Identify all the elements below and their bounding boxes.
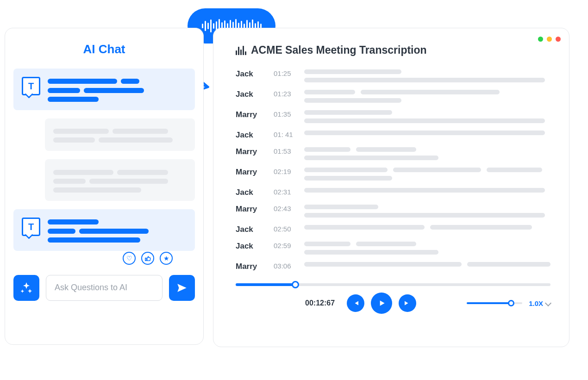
timestamp: 02:59 [274, 242, 294, 249]
chat-message-user [45, 159, 195, 201]
timestamp: 01:25 [274, 69, 294, 77]
chevron-down-icon [545, 300, 551, 306]
question-input[interactable]: Ask Questions to AI [46, 275, 163, 301]
speaker-name: Jack [236, 90, 263, 99]
speaker-name: Jack [236, 225, 263, 234]
send-button[interactable] [169, 275, 195, 301]
window-dot-red[interactable] [556, 37, 561, 42]
chat-message-user [45, 118, 195, 151]
speaker-name: Jack [236, 242, 263, 251]
transcript-row[interactable]: Marry03:06 [236, 262, 550, 271]
speaker-name: Marry [236, 205, 263, 214]
timestamp: 01:23 [274, 90, 294, 98]
timestamp: 01:53 [274, 147, 294, 155]
skip-forward-button[interactable] [399, 294, 416, 312]
transcript-text [304, 147, 550, 160]
speed-slider[interactable] [467, 302, 522, 304]
timestamp: 02:19 [274, 168, 294, 175]
ai-avatar-icon: T [22, 218, 40, 236]
play-button[interactable] [371, 293, 392, 314]
transcript-row[interactable]: Marry02:19 [236, 168, 550, 181]
transcription-title: ACME Sales Meeting Transcription [251, 44, 427, 56]
timestamp: 03:06 [274, 262, 294, 270]
window-dot-yellow[interactable] [547, 37, 552, 42]
transcript-row[interactable]: Jack02:59 [236, 242, 550, 255]
speaker-name: Marry [236, 110, 263, 119]
input-placeholder: Ask Questions to AI [55, 283, 127, 293]
speaker-name: Jack [236, 188, 263, 197]
ai-avatar-icon: T [22, 77, 40, 95]
react-like[interactable] [141, 252, 154, 265]
transcription-panel: ACME Sales Meeting Transcription Jack01:… [213, 28, 569, 347]
speed-label: 1.0X [529, 299, 543, 307]
speaker-name: Jack [236, 131, 263, 140]
transcript-row[interactable]: Marry01:35 [236, 110, 550, 123]
chat-message-ai: T [13, 209, 195, 251]
transcript-row[interactable]: Jack02:50 [236, 225, 550, 234]
transcript-text [304, 188, 550, 193]
speaker-name: Marry [236, 168, 263, 177]
timestamp: 01:35 [274, 110, 294, 118]
elapsed-time: 00:12:67 [305, 299, 335, 307]
transcript-row[interactable]: Jack01: 41 [236, 131, 550, 140]
speaker-name: Jack [236, 69, 263, 79]
chat-message-ai: T [13, 69, 195, 110]
speaker-name: Marry [236, 262, 263, 271]
transcript-row[interactable]: Marry02:43 [236, 205, 550, 218]
transcript-row[interactable]: Marry01:53 [236, 147, 550, 160]
transcript-text [304, 110, 550, 123]
speed-dropdown[interactable]: 1.0X [529, 299, 550, 307]
react-heart[interactable]: ♡ [123, 252, 136, 265]
skip-back-button[interactable] [347, 294, 364, 312]
magic-button[interactable] [13, 275, 39, 301]
transcript-text [304, 242, 550, 255]
transcript-text [304, 205, 550, 218]
transcript-text [304, 262, 550, 267]
transcript-row[interactable]: Jack02:31 [236, 188, 550, 197]
timestamp: 02:50 [274, 225, 294, 233]
ai-chat-panel: AI Chat T T [5, 28, 204, 345]
speaker-name: Marry [236, 147, 263, 156]
window-controls [538, 37, 561, 42]
progress-bar[interactable] [236, 283, 550, 286]
window-dot-green[interactable] [538, 37, 543, 42]
equalizer-icon [236, 46, 246, 55]
transcript-row[interactable]: Jack01:25 [236, 69, 550, 82]
transcript-text [304, 131, 550, 135]
transcript-row[interactable]: Jack01:23 [236, 90, 550, 103]
react-star[interactable]: ★ [160, 252, 173, 265]
timestamp: 01: 41 [274, 131, 294, 138]
transcript-text [304, 168, 550, 181]
transcript-text [304, 225, 550, 230]
transcript-text [304, 90, 550, 103]
timestamp: 02:43 [274, 205, 294, 212]
transcript-text [304, 69, 550, 82]
chat-title: AI Chat [13, 42, 195, 56]
timestamp: 02:31 [274, 188, 294, 196]
